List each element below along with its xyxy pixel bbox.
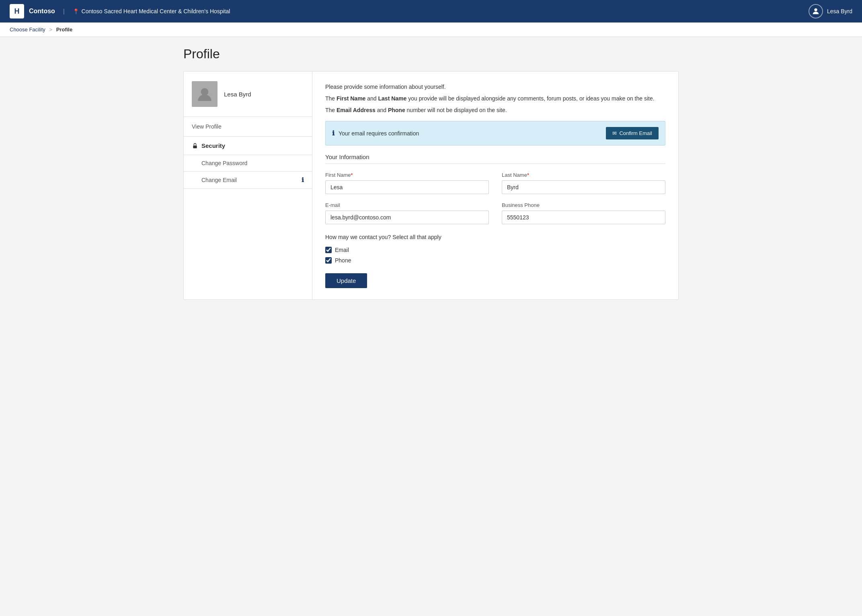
info-line-2: The First Name and Last Name you provide…	[325, 94, 665, 103]
phone-group: Business Phone	[502, 202, 665, 224]
page-title: Profile	[183, 47, 679, 61]
change-password-label: Change Password	[201, 160, 247, 166]
profile-name: Lesa Byrd	[224, 91, 251, 98]
email-warning-icon: ℹ	[302, 176, 304, 184]
checkbox-email-label: Email	[335, 247, 349, 253]
header-divider: |	[63, 8, 65, 14]
header-left: H Contoso | Contoso Sacred Heart Medical…	[10, 4, 230, 18]
info-line-1: Please provide some information about yo…	[325, 83, 665, 91]
contact-question: How may we contact you? Select all that …	[325, 234, 665, 240]
content-grid: Lesa Byrd View Profile Security Change P…	[183, 71, 679, 300]
facility-info: Contoso Sacred Heart Medical Center & Ch…	[73, 8, 230, 14]
email-input[interactable]	[325, 211, 489, 224]
your-information-title: Your Information	[325, 153, 665, 164]
bold-phone: Phone	[388, 107, 405, 113]
header-username: Lesa Byrd	[827, 8, 852, 14]
bold-email-address: Email Address	[337, 107, 376, 113]
sidebar: Lesa Byrd View Profile Security Change P…	[184, 72, 312, 299]
checkbox-phone-item[interactable]: Phone	[325, 257, 665, 264]
svg-rect-2	[193, 145, 197, 148]
location-icon	[73, 8, 79, 14]
view-profile-label: View Profile	[192, 123, 222, 130]
first-name-required: *	[351, 172, 353, 178]
brand-name: Contoso	[29, 8, 55, 15]
sidebar-section-security: Security	[184, 137, 312, 155]
email-confirmation-alert: ℹ Your email requires confirmation ✉ Con…	[325, 121, 665, 145]
name-row: First Name* Last Name*	[325, 172, 665, 194]
checkbox-email-item[interactable]: Email	[325, 247, 665, 253]
last-name-label: Last Name*	[502, 172, 665, 178]
change-email-label: Change Email	[201, 177, 237, 183]
phone-label: Business Phone	[502, 202, 665, 208]
breadcrumb-parent-link[interactable]: Choose Facility	[10, 27, 45, 33]
breadcrumb-current: Profile	[56, 27, 72, 33]
email-group: E-mail	[325, 202, 489, 224]
svg-point-1	[201, 88, 209, 96]
phone-input[interactable]	[502, 211, 665, 224]
first-name-input[interactable]	[325, 180, 489, 194]
app-logo: H	[10, 4, 24, 18]
confirm-email-button[interactable]: ✉ Confirm Email	[606, 127, 659, 139]
last-name-required: *	[527, 172, 529, 178]
last-name-input[interactable]	[502, 180, 665, 194]
contact-row: E-mail Business Phone	[325, 202, 665, 224]
email-label: E-mail	[325, 202, 489, 208]
update-button[interactable]: Update	[325, 273, 367, 288]
alert-left: ℹ Your email requires confirmation	[332, 129, 419, 137]
breadcrumb: Choose Facility > Profile	[0, 23, 862, 37]
breadcrumb-separator: >	[49, 27, 53, 33]
bold-first-name: First Name	[337, 95, 365, 102]
profile-avatar	[192, 81, 218, 107]
lock-icon	[192, 143, 198, 149]
security-label: Security	[201, 142, 225, 149]
header: H Contoso | Contoso Sacred Heart Medical…	[0, 0, 862, 23]
contact-preference-section: How may we contact you? Select all that …	[325, 234, 665, 264]
alert-info-icon: ℹ	[332, 129, 335, 137]
main-content: Please provide some information about yo…	[312, 72, 678, 299]
info-line-3: The Email Address and Phone number will …	[325, 106, 665, 115]
header-right: Lesa Byrd	[809, 4, 852, 18]
bold-last-name: Last Name	[378, 95, 407, 102]
confirm-email-label: Confirm Email	[619, 130, 652, 136]
checkbox-email[interactable]	[325, 247, 332, 253]
last-name-group: Last Name*	[502, 172, 665, 194]
email-icon: ✉	[612, 130, 617, 136]
first-name-group: First Name*	[325, 172, 489, 194]
profile-card: Lesa Byrd	[184, 72, 312, 117]
main-container: Profile Lesa Byrd View Profile	[174, 37, 688, 309]
facility-name: Contoso Sacred Heart Medical Center & Ch…	[82, 8, 230, 14]
alert-message: Your email requires confirmation	[339, 130, 419, 137]
first-name-label: First Name*	[325, 172, 489, 178]
sidebar-item-change-password[interactable]: Change Password	[184, 155, 312, 172]
checkbox-group: Email Phone	[325, 247, 665, 264]
checkbox-phone[interactable]	[325, 257, 332, 264]
checkbox-phone-label: Phone	[335, 257, 351, 264]
user-avatar-icon	[809, 4, 823, 18]
sidebar-item-view-profile[interactable]: View Profile	[184, 117, 312, 137]
sidebar-item-change-email[interactable]: Change Email ℹ	[184, 172, 312, 189]
update-button-label: Update	[337, 277, 356, 284]
svg-point-0	[814, 8, 817, 11]
